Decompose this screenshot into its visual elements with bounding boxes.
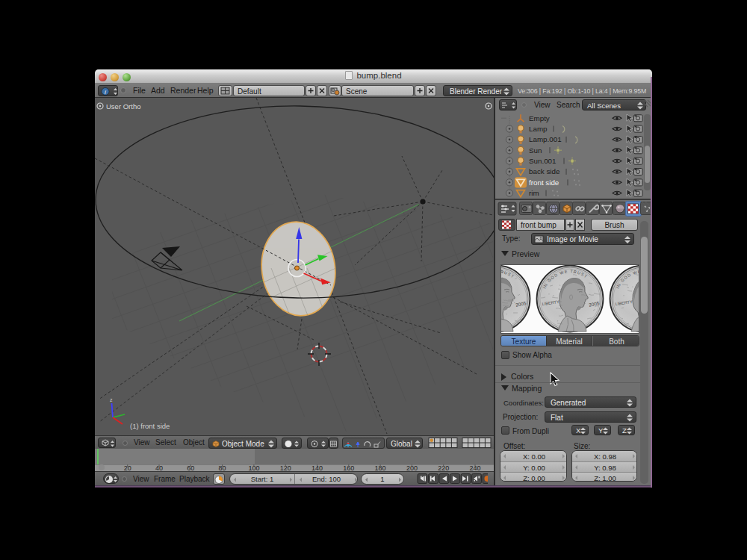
svg-text:Lamp.001: Lamp.001: [529, 135, 562, 143]
svg-text:front side: front side: [529, 178, 560, 187]
svg-text:(1) front side: (1) front side: [130, 422, 170, 430]
svg-text:Lamp: Lamp: [529, 125, 548, 133]
svg-text:rim: rim: [529, 189, 539, 197]
svg-text:z: z: [110, 397, 113, 402]
svg-text:i: i: [105, 88, 106, 95]
svg-text:User Ortho: User Ortho: [106, 102, 140, 111]
svg-text:Empty: Empty: [529, 114, 550, 122]
svg-text:Sun: Sun: [529, 146, 542, 155]
svg-text:Sun.001: Sun.001: [529, 157, 557, 165]
svg-text:back side: back side: [529, 167, 560, 175]
